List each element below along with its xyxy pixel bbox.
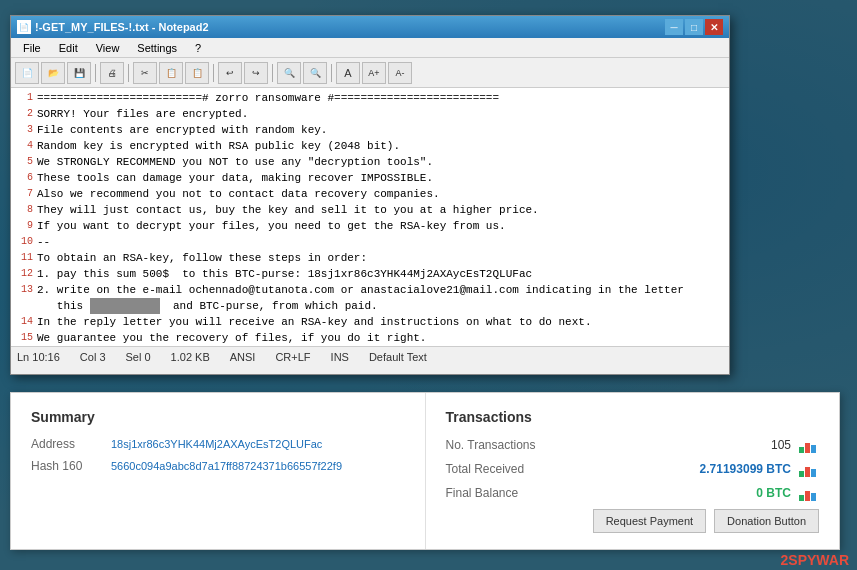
final-balance-chart-icon[interactable] (799, 485, 819, 501)
hash-label: Hash 160 (31, 459, 111, 473)
line-5: 5 We STRONGLY RECOMMEND you NOT to use a… (15, 154, 725, 170)
summary-section: Summary Address 18sj1xr86c3YHK44Mj2AXAyc… (11, 393, 426, 549)
info-panel: Summary Address 18sj1xr86c3YHK44Mj2AXAyc… (10, 392, 840, 550)
status-size: 1.02 KB (171, 351, 210, 363)
total-received-value-group: 2.71193099 BTC (700, 461, 819, 477)
status-encoding: ANSI (230, 351, 256, 363)
toolbar-print[interactable]: 🖨 (100, 62, 124, 84)
toolbar-save[interactable]: 💾 (67, 62, 91, 84)
toolbar-replace[interactable]: 🔍 (303, 62, 327, 84)
menu-view[interactable]: View (88, 40, 128, 56)
line-7: 7 Also we recommend you not to contact d… (15, 186, 725, 202)
minimize-button[interactable]: ─ (665, 19, 683, 35)
titlebar-title: 📄 !-GET_MY_FILES-!.txt - Notepad2 (17, 20, 209, 34)
menu-file[interactable]: File (15, 40, 49, 56)
toolbar-sep5 (331, 64, 332, 82)
transactions-title: Transactions (446, 409, 820, 425)
line-2: 2 SORRY! Your files are encrypted. (15, 106, 725, 122)
no-tx-value-group: 105 (771, 437, 819, 453)
transactions-section: Transactions No. Transactions 105 Total … (426, 393, 840, 549)
line-13b: this REDACTED and BTC-purse, from which … (15, 298, 725, 314)
total-received-btc: 2.71193099 BTC (700, 462, 791, 476)
toolbar-redo[interactable]: ↪ (244, 62, 268, 84)
no-transactions-row: No. Transactions 105 (446, 437, 820, 453)
maximize-button[interactable]: □ (685, 19, 703, 35)
line-8: 8 They will just contact us, buy the key… (15, 202, 725, 218)
status-sel: Sel 0 (126, 351, 151, 363)
panel-buttons: Request Payment Donation Button (446, 509, 820, 533)
window-title: !-GET_MY_FILES-!.txt - Notepad2 (35, 21, 209, 33)
watermark: 2SPYWAR (781, 552, 849, 568)
donation-button[interactable]: Donation Button (714, 509, 819, 533)
toolbar-zoom-in[interactable]: A+ (362, 62, 386, 84)
menu-help[interactable]: ? (187, 40, 209, 56)
summary-title: Summary (31, 409, 405, 425)
status-position: Ln 10:16 (17, 351, 60, 363)
toolbar-cut[interactable]: ✂ (133, 62, 157, 84)
line-13: 13 2. write on the e-mail ochennado@tuta… (15, 282, 725, 298)
status-mode: INS (331, 351, 349, 363)
notepad-window: 📄 !-GET_MY_FILES-!.txt - Notepad2 ─ □ ✕ … (10, 15, 730, 375)
statusbar: Ln 10:16 Col 3 Sel 0 1.02 KB ANSI CR+LF … (11, 346, 729, 366)
hash-row: Hash 160 5660c094a9abc8d7a17ff88724371b6… (31, 459, 405, 473)
final-balance-value-group: 0 BTC (756, 485, 819, 501)
toolbar-sep2 (128, 64, 129, 82)
line-15: 15 We guarantee you the recovery of file… (15, 330, 725, 346)
line-4: 4 Random key is encrypted with RSA publi… (15, 138, 725, 154)
toolbar-copy[interactable]: 📋 (159, 62, 183, 84)
menu-settings[interactable]: Settings (129, 40, 185, 56)
status-col: Col 3 (80, 351, 106, 363)
app-icon: 📄 (17, 20, 31, 34)
total-received-row: Total Received 2.71193099 BTC (446, 461, 820, 477)
toolbar-sep3 (213, 64, 214, 82)
address-value[interactable]: 18sj1xr86c3YHK44Mj2AXAycEsT2QLUFac (111, 438, 322, 450)
hash-value[interactable]: 5660c094a9abc8d7a17ff88724371b66557f22f9 (111, 460, 342, 472)
line-1: 1 =========================# zorro ranso… (15, 90, 725, 106)
line-9: 9 If you want to decrypt your files, you… (15, 218, 725, 234)
close-button[interactable]: ✕ (705, 19, 723, 35)
titlebar: 📄 !-GET_MY_FILES-!.txt - Notepad2 ─ □ ✕ (11, 16, 729, 38)
line-14: 14 In the reply letter you will receive … (15, 314, 725, 330)
line-11: 11 To obtain an RSA-key, follow these st… (15, 250, 725, 266)
final-balance-row: Final Balance 0 BTC (446, 485, 820, 501)
titlebar-controls: ─ □ ✕ (665, 19, 723, 35)
toolbar-find[interactable]: 🔍 (277, 62, 301, 84)
toolbar-zoom-out[interactable]: A- (388, 62, 412, 84)
no-tx-chart-icon[interactable] (799, 437, 819, 453)
toolbar: 📄 📂 💾 🖨 ✂ 📋 📋 ↩ ↪ 🔍 🔍 A A+ A- (11, 58, 729, 88)
total-received-label: Total Received (446, 462, 525, 476)
toolbar-new[interactable]: 📄 (15, 62, 39, 84)
no-tx-number: 105 (771, 438, 791, 452)
line-6: 6 These tools can damage your data, maki… (15, 170, 725, 186)
toolbar-paste[interactable]: 📋 (185, 62, 209, 84)
final-balance-label: Final Balance (446, 486, 519, 500)
editor-content[interactable]: 1 =========================# zorro ranso… (11, 88, 729, 346)
total-received-chart-icon[interactable] (799, 461, 819, 477)
line-12: 12 1. pay this sum 500$ to this BTC-purs… (15, 266, 725, 282)
toolbar-sep4 (272, 64, 273, 82)
toolbar-font[interactable]: A (336, 62, 360, 84)
no-tx-label: No. Transactions (446, 438, 536, 452)
status-style: Default Text (369, 351, 427, 363)
toolbar-open[interactable]: 📂 (41, 62, 65, 84)
menubar: File Edit View Settings ? (11, 38, 729, 58)
request-payment-button[interactable]: Request Payment (593, 509, 706, 533)
toolbar-sep1 (95, 64, 96, 82)
address-label: Address (31, 437, 111, 451)
line-10: 10 -- (15, 234, 725, 250)
address-row: Address 18sj1xr86c3YHK44Mj2AXAycEsT2QLUF… (31, 437, 405, 451)
final-balance-btc: 0 BTC (756, 486, 791, 500)
line-3: 3 File contents are encrypted with rando… (15, 122, 725, 138)
toolbar-undo[interactable]: ↩ (218, 62, 242, 84)
status-lineending: CR+LF (275, 351, 310, 363)
watermark-brand: SPYWAR (788, 552, 849, 568)
menu-edit[interactable]: Edit (51, 40, 86, 56)
